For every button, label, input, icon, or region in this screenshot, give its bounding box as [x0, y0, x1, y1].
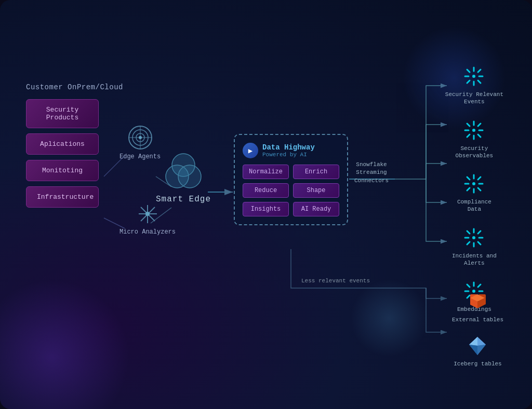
svg-line-65	[478, 284, 481, 287]
iceberg-tables-item: Iceberg tables	[454, 334, 501, 367]
compliance-data-item: ComplianceData	[445, 172, 503, 213]
outputs-section: Security RelevantEvents SecurityObservab…	[445, 65, 503, 313]
incidents-alerts-icon	[462, 226, 486, 250]
incidents-alerts-item: Incidents andAlerts	[445, 226, 503, 267]
data-highway-box: ▶ Data Highway Powered by AI Normalize E…	[234, 134, 348, 225]
svg-line-39	[467, 134, 470, 137]
bg-glow-1	[0, 279, 130, 409]
main-container: Customer OnPrem/Cloud SecurityProducts A…	[0, 0, 532, 409]
micro-analyzers-label: Micro Analyzers	[119, 228, 176, 236]
customer-cards: SecurityProducts Aplications Monitoting …	[26, 99, 123, 208]
svg-line-28	[478, 80, 481, 83]
svg-line-55	[478, 242, 481, 244]
svg-line-45	[467, 177, 470, 180]
security-observables-icon	[462, 119, 486, 142]
data-highway-icon: ▶	[243, 143, 258, 158]
svg-line-27	[467, 70, 470, 72]
svg-point-13	[139, 136, 142, 139]
snowflake-connectors-label: SnowflakeStreamingConnectors	[351, 161, 392, 185]
svg-marker-74	[469, 337, 477, 346]
edge-agents-section: Edge Agents	[119, 125, 161, 160]
shape-button[interactable]: Shape	[293, 183, 339, 198]
svg-point-22	[472, 75, 475, 78]
svg-point-21	[145, 212, 150, 216]
edge-agents-icon	[127, 125, 153, 151]
security-products-card: SecurityProducts	[26, 99, 99, 128]
svg-line-30	[467, 80, 470, 83]
svg-point-49	[472, 236, 475, 239]
compliance-data-icon	[462, 172, 486, 196]
security-observables-item: SecurityObservables	[445, 119, 503, 160]
security-relevant-events-label: Security RelevantEvents	[445, 91, 503, 106]
svg-line-54	[467, 231, 470, 234]
svg-marker-73	[477, 337, 486, 346]
svg-line-37	[478, 134, 481, 137]
compliance-data-label: ComplianceData	[457, 198, 491, 213]
bottom-outputs-section: External tables Iceberg tables	[452, 290, 503, 367]
applications-card: Aplications	[26, 133, 99, 155]
monitoring-card: Monitoting	[26, 160, 99, 181]
customer-section: Customer OnPrem/Cloud SecurityProducts A…	[26, 83, 123, 208]
ai-ready-button[interactable]: AI Ready	[293, 202, 339, 216]
data-highway-buttons: Normalize Enrich Reduce Shape Insights A…	[243, 165, 339, 216]
security-relevant-events-icon	[462, 65, 486, 88]
smart-edge-icon	[163, 151, 204, 192]
data-highway-header: ▶ Data Highway Powered by AI	[243, 143, 339, 158]
security-relevant-events-item: Security RelevantEvents	[445, 65, 503, 106]
svg-line-57	[467, 242, 470, 244]
external-tables-icon	[466, 290, 489, 313]
micro-analyzers-icon	[136, 202, 159, 226]
svg-marker-75	[469, 345, 477, 355]
external-tables-label: External tables	[452, 316, 503, 323]
incidents-alerts-label: Incidents andAlerts	[452, 252, 497, 267]
data-highway-title-group: Data Highway Powered by AI	[262, 143, 315, 158]
svg-point-16	[178, 165, 201, 188]
security-observables-label: SecurityObservables	[456, 145, 494, 160]
svg-line-38	[478, 124, 481, 126]
svg-marker-76	[477, 345, 486, 355]
edge-agents-label: Edge Agents	[119, 153, 161, 160]
enrich-button[interactable]: Enrich	[293, 165, 339, 179]
iceberg-tables-icon	[466, 334, 489, 358]
data-highway-subtitle: Powered by AI	[262, 152, 315, 158]
svg-line-47	[478, 177, 481, 180]
micro-analyzers-section: Micro Analyzers	[119, 202, 176, 236]
smart-edge-section: Smart Edge	[156, 151, 211, 204]
bg-glow-3	[350, 279, 428, 357]
less-relevant-label: Less relevant events	[301, 278, 370, 284]
infrastructure-card: Infrastructure	[26, 186, 99, 208]
data-highway-title: Data Highway	[262, 143, 315, 152]
svg-line-48	[467, 188, 470, 190]
svg-line-36	[467, 124, 470, 126]
svg-line-29	[478, 70, 481, 72]
normalize-button[interactable]: Normalize	[243, 165, 289, 179]
svg-line-46	[478, 188, 481, 190]
iceberg-tables-label: Iceberg tables	[454, 360, 501, 367]
svg-line-63	[467, 284, 470, 287]
svg-point-31	[472, 129, 475, 132]
insights-button[interactable]: Insights	[243, 202, 289, 216]
reduce-button[interactable]: Reduce	[243, 183, 289, 198]
svg-point-40	[472, 182, 475, 185]
customer-label: Customer OnPrem/Cloud	[26, 83, 123, 91]
external-tables-item: External tables	[452, 290, 503, 323]
svg-line-56	[478, 231, 481, 234]
